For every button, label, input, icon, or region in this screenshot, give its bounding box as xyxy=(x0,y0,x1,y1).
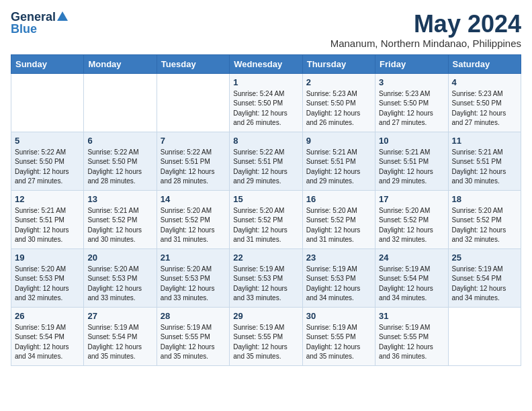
day-info: Sunrise: 5:22 AMSunset: 5:50 PMDaylight:… xyxy=(15,148,80,187)
calendar-week-4: 19Sunrise: 5:20 AMSunset: 5:53 PMDayligh… xyxy=(11,248,521,307)
weekday-header-monday: Monday xyxy=(84,54,157,73)
day-number: 11 xyxy=(452,136,517,146)
calendar-cell: 23Sunrise: 5:19 AMSunset: 5:53 PMDayligh… xyxy=(302,248,375,307)
day-info: Sunrise: 5:20 AMSunset: 5:52 PMDaylight:… xyxy=(233,206,298,245)
weekday-header-tuesday: Tuesday xyxy=(157,54,229,73)
calendar-cell: 10Sunrise: 5:21 AMSunset: 5:51 PMDayligh… xyxy=(375,132,448,190)
calendar-cell: 31Sunrise: 5:19 AMSunset: 5:55 PMDayligh… xyxy=(375,307,448,365)
calendar-cell: 19Sunrise: 5:20 AMSunset: 5:53 PMDayligh… xyxy=(11,248,84,307)
day-number: 19 xyxy=(15,253,80,263)
calendar-cell: 13Sunrise: 5:21 AMSunset: 5:52 PMDayligh… xyxy=(84,190,157,248)
day-info: Sunrise: 5:21 AMSunset: 5:52 PMDaylight:… xyxy=(87,206,152,245)
day-info: Sunrise: 5:19 AMSunset: 5:54 PMDaylight:… xyxy=(15,323,80,362)
day-info: Sunrise: 5:24 AMSunset: 5:50 PMDaylight:… xyxy=(233,89,298,128)
day-number: 18 xyxy=(452,194,517,204)
calendar-cell: 9Sunrise: 5:21 AMSunset: 5:51 PMDaylight… xyxy=(302,132,375,190)
day-info: Sunrise: 5:19 AMSunset: 5:54 PMDaylight:… xyxy=(379,265,444,304)
day-info: Sunrise: 5:19 AMSunset: 5:54 PMDaylight:… xyxy=(452,265,517,304)
day-number: 15 xyxy=(233,194,298,204)
day-info: Sunrise: 5:20 AMSunset: 5:53 PMDaylight:… xyxy=(15,265,80,304)
calendar-week-1: 1Sunrise: 5:24 AMSunset: 5:50 PMDaylight… xyxy=(11,73,521,132)
weekday-header-sunday: Sunday xyxy=(11,54,84,73)
calendar-cell xyxy=(11,73,84,132)
calendar-cell: 28Sunrise: 5:19 AMSunset: 5:55 PMDayligh… xyxy=(157,307,229,365)
day-number: 26 xyxy=(15,311,80,321)
calendar-cell xyxy=(448,307,521,365)
calendar-week-2: 5Sunrise: 5:22 AMSunset: 5:50 PMDaylight… xyxy=(11,132,521,190)
weekday-header-wednesday: Wednesday xyxy=(230,54,302,73)
calendar-cell: 6Sunrise: 5:22 AMSunset: 5:50 PMDaylight… xyxy=(84,132,157,190)
calendar-week-5: 26Sunrise: 5:19 AMSunset: 5:54 PMDayligh… xyxy=(11,307,521,365)
calendar-cell: 27Sunrise: 5:19 AMSunset: 5:54 PMDayligh… xyxy=(84,307,157,365)
page-header: General Blue May 2024 Mananum, Northern … xyxy=(11,11,521,49)
calendar-cell: 17Sunrise: 5:20 AMSunset: 5:52 PMDayligh… xyxy=(375,190,448,248)
day-info: Sunrise: 5:20 AMSunset: 5:53 PMDaylight:… xyxy=(87,265,152,304)
day-number: 24 xyxy=(379,253,444,263)
calendar-cell: 3Sunrise: 5:23 AMSunset: 5:50 PMDaylight… xyxy=(375,73,448,132)
day-number: 6 xyxy=(87,136,152,146)
calendar-cell xyxy=(157,73,229,132)
day-number: 10 xyxy=(379,136,444,146)
logo: General Blue xyxy=(11,11,69,36)
day-number: 5 xyxy=(15,136,80,146)
day-number: 31 xyxy=(379,311,444,321)
day-info: Sunrise: 5:23 AMSunset: 5:50 PMDaylight:… xyxy=(306,89,371,128)
day-number: 22 xyxy=(233,253,298,263)
calendar-cell: 22Sunrise: 5:19 AMSunset: 5:53 PMDayligh… xyxy=(230,248,302,307)
weekday-header-saturday: Saturday xyxy=(448,54,521,73)
calendar-cell: 8Sunrise: 5:22 AMSunset: 5:51 PMDaylight… xyxy=(230,132,302,190)
calendar-cell: 30Sunrise: 5:19 AMSunset: 5:55 PMDayligh… xyxy=(302,307,375,365)
calendar-cell: 5Sunrise: 5:22 AMSunset: 5:50 PMDaylight… xyxy=(11,132,84,190)
day-info: Sunrise: 5:23 AMSunset: 5:50 PMDaylight:… xyxy=(452,89,517,128)
calendar-cell: 12Sunrise: 5:21 AMSunset: 5:51 PMDayligh… xyxy=(11,190,84,248)
day-number: 2 xyxy=(306,77,371,87)
logo-general-text: General xyxy=(11,11,56,23)
calendar-cell: 25Sunrise: 5:19 AMSunset: 5:54 PMDayligh… xyxy=(448,248,521,307)
calendar-cell: 7Sunrise: 5:22 AMSunset: 5:51 PMDaylight… xyxy=(157,132,229,190)
day-number: 8 xyxy=(233,136,298,146)
weekday-header-thursday: Thursday xyxy=(302,54,375,73)
calendar-week-3: 12Sunrise: 5:21 AMSunset: 5:51 PMDayligh… xyxy=(11,190,521,248)
calendar-cell: 18Sunrise: 5:20 AMSunset: 5:52 PMDayligh… xyxy=(448,190,521,248)
calendar-cell: 16Sunrise: 5:20 AMSunset: 5:52 PMDayligh… xyxy=(302,190,375,248)
calendar-cell: 15Sunrise: 5:20 AMSunset: 5:52 PMDayligh… xyxy=(230,190,302,248)
day-info: Sunrise: 5:22 AMSunset: 5:50 PMDaylight:… xyxy=(87,148,152,187)
day-info: Sunrise: 5:21 AMSunset: 5:51 PMDaylight:… xyxy=(379,148,444,187)
day-info: Sunrise: 5:20 AMSunset: 5:52 PMDaylight:… xyxy=(452,206,517,245)
calendar-table: SundayMondayTuesdayWednesdayThursdayFrid… xyxy=(11,54,521,366)
day-info: Sunrise: 5:21 AMSunset: 5:51 PMDaylight:… xyxy=(452,148,517,187)
day-info: Sunrise: 5:22 AMSunset: 5:51 PMDaylight:… xyxy=(161,148,226,187)
weekday-header-friday: Friday xyxy=(375,54,448,73)
calendar-cell: 20Sunrise: 5:20 AMSunset: 5:53 PMDayligh… xyxy=(84,248,157,307)
title-block: May 2024 Mananum, Northern Mindanao, Phi… xyxy=(330,11,521,49)
calendar-cell: 11Sunrise: 5:21 AMSunset: 5:51 PMDayligh… xyxy=(448,132,521,190)
day-info: Sunrise: 5:19 AMSunset: 5:54 PMDaylight:… xyxy=(87,323,152,362)
svg-marker-0 xyxy=(57,11,68,21)
day-number: 28 xyxy=(161,311,226,321)
day-info: Sunrise: 5:19 AMSunset: 5:55 PMDaylight:… xyxy=(233,323,298,362)
logo-blue-text: Blue xyxy=(11,22,37,36)
calendar-header: SundayMondayTuesdayWednesdayThursdayFrid… xyxy=(11,54,521,73)
day-number: 1 xyxy=(233,77,298,87)
day-number: 14 xyxy=(161,194,226,204)
day-number: 13 xyxy=(87,194,152,204)
day-info: Sunrise: 5:19 AMSunset: 5:55 PMDaylight:… xyxy=(161,323,226,362)
calendar-cell: 29Sunrise: 5:19 AMSunset: 5:55 PMDayligh… xyxy=(230,307,302,365)
day-number: 4 xyxy=(452,77,517,87)
calendar-cell: 4Sunrise: 5:23 AMSunset: 5:50 PMDaylight… xyxy=(448,73,521,132)
day-number: 21 xyxy=(161,253,226,263)
calendar-cell xyxy=(84,73,157,132)
day-info: Sunrise: 5:19 AMSunset: 5:55 PMDaylight:… xyxy=(379,323,444,362)
calendar-cell: 21Sunrise: 5:20 AMSunset: 5:53 PMDayligh… xyxy=(157,248,229,307)
day-number: 29 xyxy=(233,311,298,321)
day-info: Sunrise: 5:21 AMSunset: 5:51 PMDaylight:… xyxy=(306,148,371,187)
day-info: Sunrise: 5:20 AMSunset: 5:52 PMDaylight:… xyxy=(379,206,444,245)
day-info: Sunrise: 5:19 AMSunset: 5:53 PMDaylight:… xyxy=(306,265,371,304)
day-number: 30 xyxy=(306,311,371,321)
day-number: 9 xyxy=(306,136,371,146)
day-number: 23 xyxy=(306,253,371,263)
day-number: 17 xyxy=(379,194,444,204)
day-info: Sunrise: 5:19 AMSunset: 5:55 PMDaylight:… xyxy=(306,323,371,362)
day-number: 7 xyxy=(161,136,226,146)
day-info: Sunrise: 5:20 AMSunset: 5:52 PMDaylight:… xyxy=(161,206,226,245)
